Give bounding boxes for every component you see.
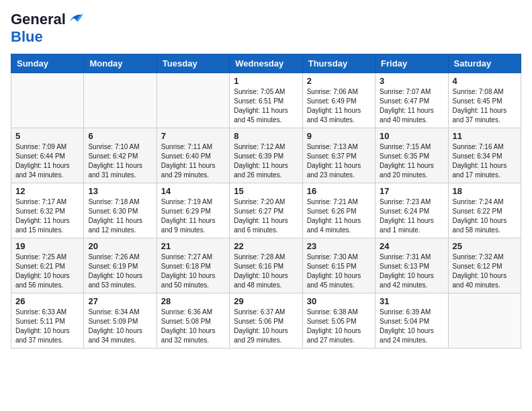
day-info: Sunrise: 7:27 AM Sunset: 6:18 PM Dayligh… [161, 253, 225, 290]
day-number: 18 [453, 186, 517, 196]
calendar-day-cell: 17Sunrise: 7:23 AM Sunset: 6:24 PM Dayli… [375, 183, 448, 238]
day-number: 10 [380, 131, 443, 141]
calendar-day-cell: 6Sunrise: 7:10 AM Sunset: 6:42 PM Daylig… [84, 128, 157, 183]
day-of-week-header: Thursday [302, 54, 375, 73]
day-info: Sunrise: 6:34 AM Sunset: 5:09 PM Dayligh… [88, 308, 152, 345]
logo: General Blue [11, 11, 83, 46]
calendar-day-cell: 4Sunrise: 7:08 AM Sunset: 6:45 PM Daylig… [448, 73, 521, 128]
page-header: General Blue [11, 11, 521, 46]
calendar-day-cell: 5Sunrise: 7:09 AM Sunset: 6:44 PM Daylig… [11, 128, 84, 183]
day-number: 21 [161, 241, 225, 251]
day-info: Sunrise: 7:26 AM Sunset: 6:19 PM Dayligh… [88, 253, 152, 290]
calendar-day-cell: 2Sunrise: 7:06 AM Sunset: 6:49 PM Daylig… [302, 73, 375, 128]
day-number: 11 [453, 131, 517, 141]
day-number: 13 [88, 186, 152, 196]
calendar-day-cell: 15Sunrise: 7:20 AM Sunset: 6:27 PM Dayli… [230, 183, 302, 238]
day-number: 7 [161, 131, 225, 141]
calendar-day-cell: 29Sunrise: 6:37 AM Sunset: 5:06 PM Dayli… [230, 293, 302, 349]
calendar-day-cell: 25Sunrise: 7:32 AM Sunset: 6:12 PM Dayli… [448, 238, 521, 293]
calendar-day-cell: 21Sunrise: 7:27 AM Sunset: 6:18 PM Dayli… [157, 238, 229, 293]
calendar-day-cell: 24Sunrise: 7:31 AM Sunset: 6:13 PM Dayli… [375, 238, 448, 293]
day-number: 12 [15, 186, 79, 196]
day-info: Sunrise: 7:07 AM Sunset: 6:47 PM Dayligh… [380, 87, 443, 125]
day-info: Sunrise: 7:28 AM Sunset: 6:16 PM Dayligh… [234, 253, 298, 290]
day-info: Sunrise: 7:30 AM Sunset: 6:15 PM Dayligh… [307, 253, 371, 290]
day-number: 27 [88, 296, 152, 306]
day-number: 1 [234, 76, 298, 86]
day-info: Sunrise: 7:25 AM Sunset: 6:21 PM Dayligh… [15, 253, 79, 290]
day-info: Sunrise: 6:39 AM Sunset: 5:04 PM Dayligh… [380, 308, 443, 345]
day-info: Sunrise: 7:21 AM Sunset: 6:26 PM Dayligh… [307, 197, 371, 235]
day-info: Sunrise: 7:05 AM Sunset: 6:51 PM Dayligh… [234, 87, 298, 125]
calendar-week-row: 26Sunrise: 6:33 AM Sunset: 5:11 PM Dayli… [11, 293, 521, 349]
calendar-day-cell: 14Sunrise: 7:19 AM Sunset: 6:29 PM Dayli… [157, 183, 229, 238]
day-of-week-header: Sunday [11, 54, 84, 73]
day-of-week-header: Saturday [448, 54, 521, 73]
day-number: 26 [15, 296, 79, 306]
day-info: Sunrise: 6:36 AM Sunset: 5:08 PM Dayligh… [161, 308, 225, 345]
calendar-body: 1Sunrise: 7:05 AM Sunset: 6:51 PM Daylig… [11, 73, 521, 349]
days-of-week-row: SundayMondayTuesdayWednesdayThursdayFrid… [11, 54, 521, 73]
calendar-day-cell [448, 293, 521, 349]
calendar-week-row: 19Sunrise: 7:25 AM Sunset: 6:21 PM Dayli… [11, 238, 521, 293]
day-of-week-header: Wednesday [230, 54, 302, 73]
calendar-week-row: 12Sunrise: 7:17 AM Sunset: 6:32 PM Dayli… [11, 183, 521, 238]
day-number: 17 [380, 186, 443, 196]
calendar-day-cell: 11Sunrise: 7:16 AM Sunset: 6:34 PM Dayli… [448, 128, 521, 183]
day-number: 30 [307, 296, 371, 306]
logo-bird-icon [69, 12, 83, 24]
day-number: 19 [15, 241, 79, 251]
day-number: 31 [380, 296, 443, 306]
calendar-table: SundayMondayTuesdayWednesdayThursdayFrid… [11, 54, 521, 349]
day-number: 28 [161, 296, 225, 306]
calendar-day-cell: 12Sunrise: 7:17 AM Sunset: 6:32 PM Dayli… [11, 183, 84, 238]
calendar-day-cell: 7Sunrise: 7:11 AM Sunset: 6:40 PM Daylig… [157, 128, 229, 183]
day-info: Sunrise: 7:19 AM Sunset: 6:29 PM Dayligh… [161, 197, 225, 235]
day-number: 29 [234, 296, 298, 306]
day-number: 3 [380, 76, 443, 86]
calendar-day-cell: 10Sunrise: 7:15 AM Sunset: 6:35 PM Dayli… [375, 128, 448, 183]
day-info: Sunrise: 7:15 AM Sunset: 6:35 PM Dayligh… [380, 142, 443, 180]
calendar-day-cell: 13Sunrise: 7:18 AM Sunset: 6:30 PM Dayli… [84, 183, 157, 238]
calendar-day-cell: 30Sunrise: 6:38 AM Sunset: 5:05 PM Dayli… [302, 293, 375, 349]
calendar-day-cell: 3Sunrise: 7:07 AM Sunset: 6:47 PM Daylig… [375, 73, 448, 128]
calendar-day-cell: 27Sunrise: 6:34 AM Sunset: 5:09 PM Dayli… [84, 293, 157, 349]
day-info: Sunrise: 7:31 AM Sunset: 6:13 PM Dayligh… [380, 253, 443, 290]
calendar-day-cell: 28Sunrise: 6:36 AM Sunset: 5:08 PM Dayli… [157, 293, 229, 349]
calendar-header: SundayMondayTuesdayWednesdayThursdayFrid… [11, 54, 521, 73]
day-number: 9 [307, 131, 371, 141]
day-info: Sunrise: 7:18 AM Sunset: 6:30 PM Dayligh… [88, 197, 152, 235]
day-number: 16 [307, 186, 371, 196]
calendar-week-row: 5Sunrise: 7:09 AM Sunset: 6:44 PM Daylig… [11, 128, 521, 183]
logo-blue-text: Blue [11, 28, 43, 45]
day-info: Sunrise: 7:16 AM Sunset: 6:34 PM Dayligh… [453, 142, 517, 180]
calendar-day-cell: 9Sunrise: 7:13 AM Sunset: 6:37 PM Daylig… [302, 128, 375, 183]
day-number: 8 [234, 131, 298, 141]
day-info: Sunrise: 7:17 AM Sunset: 6:32 PM Dayligh… [15, 197, 79, 235]
calendar-day-cell [157, 73, 229, 128]
calendar-day-cell [11, 73, 84, 128]
calendar-day-cell: 18Sunrise: 7:24 AM Sunset: 6:22 PM Dayli… [448, 183, 521, 238]
calendar-day-cell: 20Sunrise: 7:26 AM Sunset: 6:19 PM Dayli… [84, 238, 157, 293]
day-number: 22 [234, 241, 298, 251]
day-number: 15 [234, 186, 298, 196]
calendar-day-cell: 22Sunrise: 7:28 AM Sunset: 6:16 PM Dayli… [230, 238, 302, 293]
day-info: Sunrise: 7:12 AM Sunset: 6:39 PM Dayligh… [234, 142, 298, 180]
calendar-day-cell [84, 73, 157, 128]
day-info: Sunrise: 6:38 AM Sunset: 5:05 PM Dayligh… [307, 308, 371, 345]
calendar-day-cell: 23Sunrise: 7:30 AM Sunset: 6:15 PM Dayli… [302, 238, 375, 293]
day-info: Sunrise: 7:09 AM Sunset: 6:44 PM Dayligh… [15, 142, 79, 180]
calendar-day-cell: 8Sunrise: 7:12 AM Sunset: 6:39 PM Daylig… [230, 128, 302, 183]
day-of-week-header: Friday [375, 54, 448, 73]
day-info: Sunrise: 6:33 AM Sunset: 5:11 PM Dayligh… [15, 308, 79, 345]
calendar-day-cell: 31Sunrise: 6:39 AM Sunset: 5:04 PM Dayli… [375, 293, 448, 349]
calendar-day-cell: 26Sunrise: 6:33 AM Sunset: 5:11 PM Dayli… [11, 293, 84, 349]
day-info: Sunrise: 7:08 AM Sunset: 6:45 PM Dayligh… [453, 87, 517, 125]
day-info: Sunrise: 7:32 AM Sunset: 6:12 PM Dayligh… [453, 253, 517, 290]
day-number: 2 [307, 76, 371, 86]
day-info: Sunrise: 7:23 AM Sunset: 6:24 PM Dayligh… [380, 197, 443, 235]
calendar-day-cell: 16Sunrise: 7:21 AM Sunset: 6:26 PM Dayli… [302, 183, 375, 238]
day-number: 20 [88, 241, 152, 251]
day-number: 23 [307, 241, 371, 251]
calendar-day-cell: 19Sunrise: 7:25 AM Sunset: 6:21 PM Dayli… [11, 238, 84, 293]
